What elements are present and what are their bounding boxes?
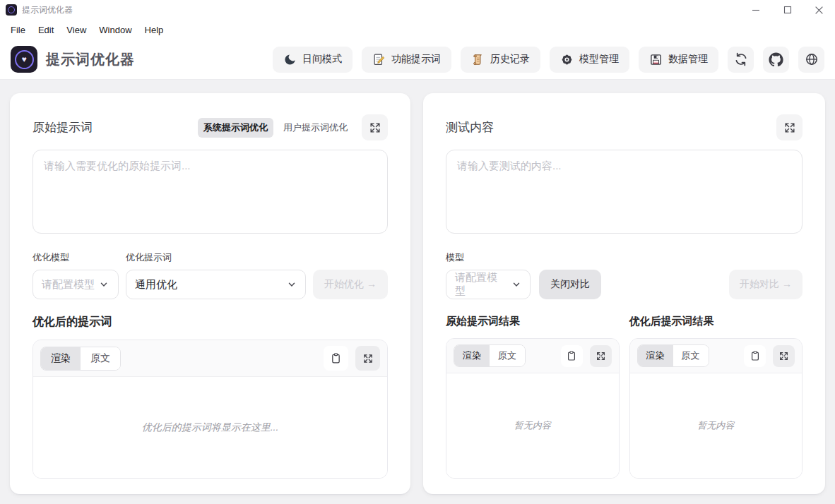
main-content: 原始提示词 系统提示词优化 用户提示词优化 优化模型 — [0, 80, 835, 494]
heart-icon: ♥ — [21, 55, 26, 64]
optimize-controls: 优化模型 请配置模型 优化提示词 通用优化 — [32, 251, 388, 299]
tab-source[interactable]: 原文 — [673, 345, 709, 366]
output-actions — [561, 345, 612, 367]
logo-ring-icon: ♥ — [15, 50, 34, 69]
original-prompt-input[interactable] — [32, 150, 388, 234]
original-result-column: 原始提示词结果 渲染 原文 — [446, 315, 620, 479]
panel-title: 测试内容 — [446, 119, 494, 136]
fullscreen-button[interactable] — [362, 114, 388, 140]
optimize-panel-header: 原始提示词 系统提示词优化 用户提示词优化 — [32, 114, 388, 140]
tab-system-prompt-optimize[interactable]: 系统提示词优化 — [198, 118, 273, 138]
menu-edit[interactable]: Edit — [32, 22, 60, 38]
chevron-down-icon — [511, 280, 521, 289]
language-button[interactable] — [798, 47, 824, 73]
minimize-icon — [752, 6, 760, 14]
window-controls — [740, 0, 835, 20]
github-icon — [769, 52, 783, 67]
panel-title: 原始提示词 — [32, 119, 93, 136]
gear-icon — [560, 53, 574, 66]
output-toolbar: 渲染 原文 — [630, 339, 803, 373]
logo-ring-icon — [8, 6, 15, 13]
output-content: 暂无内容 — [630, 373, 803, 478]
button-label: 模型管理 — [579, 53, 619, 66]
app-window: 提示词优化器 File Edit View Window Help ♥ 提示词优… — [0, 0, 835, 494]
minimize-button[interactable] — [740, 0, 771, 20]
button-label: 数据管理 — [668, 53, 708, 66]
view-mode-tabs: 渲染 原文 — [454, 344, 526, 367]
test-panel: 测试内容 模型 请配置模型 — [423, 93, 825, 494]
tab-user-prompt-optimize[interactable]: 用户提示词优化 — [278, 118, 353, 138]
copy-button[interactable] — [324, 346, 348, 371]
maximize-button[interactable] — [771, 0, 803, 20]
window-title: 提示词优化器 — [22, 4, 73, 16]
optimize-mode-tabs: 系统提示词优化 用户提示词优化 — [198, 118, 353, 138]
copy-button[interactable] — [561, 345, 583, 367]
optimize-model-field: 优化模型 请配置模型 — [32, 251, 119, 299]
view-mode-tabs: 渲染 原文 — [637, 344, 709, 367]
menu-help[interactable]: Help — [138, 22, 170, 38]
scroll-icon — [471, 53, 485, 66]
optimize-model-select[interactable]: 请配置模型 — [32, 270, 119, 299]
data-manager-button[interactable]: 数据管理 — [639, 47, 718, 73]
button-label: 日间模式 — [302, 53, 342, 66]
test-model-select[interactable]: 请配置模型 — [446, 270, 531, 299]
app-icon — [6, 4, 17, 16]
expand-output-button[interactable] — [590, 345, 612, 367]
model-manager-button[interactable]: 模型管理 — [550, 47, 629, 73]
toggle-compare-button[interactable]: 关闭对比 — [539, 270, 601, 299]
start-optimize-button[interactable]: 开始优化 → — [313, 270, 388, 299]
menu-view[interactable]: View — [60, 22, 93, 38]
expand-icon — [362, 353, 374, 364]
app-header: ♥ 提示词优化器 日间模式 功能提示词 — [0, 40, 835, 80]
copy-button[interactable] — [744, 345, 766, 367]
empty-placeholder: 暂无内容 — [514, 419, 551, 432]
tab-source[interactable]: 原文 — [490, 345, 525, 366]
app-logo: ♥ — [11, 46, 37, 73]
optimize-template-label: 优化提示词 — [126, 251, 306, 264]
test-model-label: 模型 — [446, 251, 531, 264]
titlebar: 提示词优化器 — [0, 0, 835, 20]
select-value: 请配置模型 — [455, 271, 507, 298]
select-value: 通用优化 — [135, 278, 177, 292]
test-controls: 模型 请配置模型 关闭对比 开始对比 → — [446, 251, 803, 299]
optimize-template-select[interactable]: 通用优化 — [126, 270, 306, 299]
menu-file[interactable]: File — [4, 22, 32, 38]
empty-placeholder: 暂无内容 — [697, 419, 734, 432]
optimize-panel: 原始提示词 系统提示词优化 用户提示词优化 优化模型 — [10, 93, 410, 494]
expand-output-button[interactable] — [773, 345, 795, 367]
output-toolbar: 渲染 原文 — [33, 340, 387, 377]
github-button[interactable] — [763, 47, 789, 73]
test-content-input[interactable] — [446, 150, 803, 234]
tab-render[interactable]: 渲染 — [638, 345, 673, 366]
page-title: 提示词优化器 — [46, 50, 135, 69]
clipboard-icon — [566, 350, 577, 361]
function-prompts-button[interactable]: 功能提示词 — [362, 47, 451, 73]
start-compare-button[interactable]: 开始对比 → — [729, 270, 803, 299]
floppy-icon — [649, 53, 663, 66]
output-actions — [324, 346, 380, 371]
view-mode-tabs: 渲染 原文 — [40, 347, 121, 371]
theme-toggle-button[interactable]: 日间模式 — [273, 47, 353, 73]
history-button[interactable]: 历史记录 — [461, 47, 540, 73]
menu-window[interactable]: Window — [93, 22, 138, 38]
refresh-icon — [734, 52, 748, 66]
fullscreen-button[interactable] — [776, 114, 803, 140]
expand-icon — [778, 351, 789, 361]
update-check-button[interactable] — [728, 47, 754, 73]
chevron-down-icon — [287, 280, 297, 289]
tab-render[interactable]: 渲染 — [41, 347, 81, 370]
optimized-result-column: 优化后提示词结果 渲染 原文 — [629, 315, 803, 479]
optimized-prompt-output: 渲染 原文 — [32, 340, 388, 479]
maximize-icon — [783, 6, 792, 14]
close-button[interactable] — [803, 0, 835, 20]
output-content: 优化后的提示词将显示在这里... — [33, 377, 387, 478]
moon-icon — [283, 53, 297, 66]
tab-source[interactable]: 原文 — [81, 347, 120, 370]
expand-icon — [369, 121, 381, 134]
select-value: 请配置模型 — [42, 278, 95, 292]
expand-icon — [783, 121, 796, 134]
memo-icon — [372, 53, 386, 66]
header-actions: 日间模式 功能提示词 — [273, 47, 824, 73]
tab-render[interactable]: 渲染 — [454, 345, 490, 366]
expand-output-button[interactable] — [355, 346, 380, 371]
